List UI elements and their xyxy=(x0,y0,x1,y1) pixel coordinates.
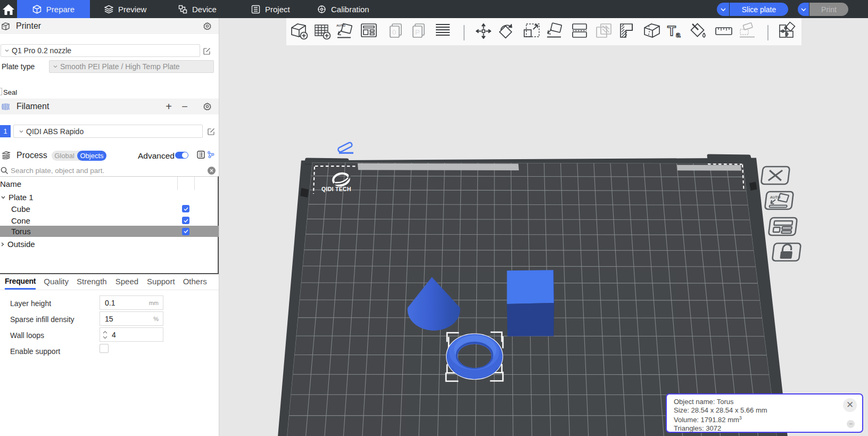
svg-text:P: P xyxy=(415,28,420,36)
svg-text:T: T xyxy=(667,23,676,39)
svg-text:0: 0 xyxy=(392,28,396,36)
svg-text:a: a xyxy=(676,30,681,39)
